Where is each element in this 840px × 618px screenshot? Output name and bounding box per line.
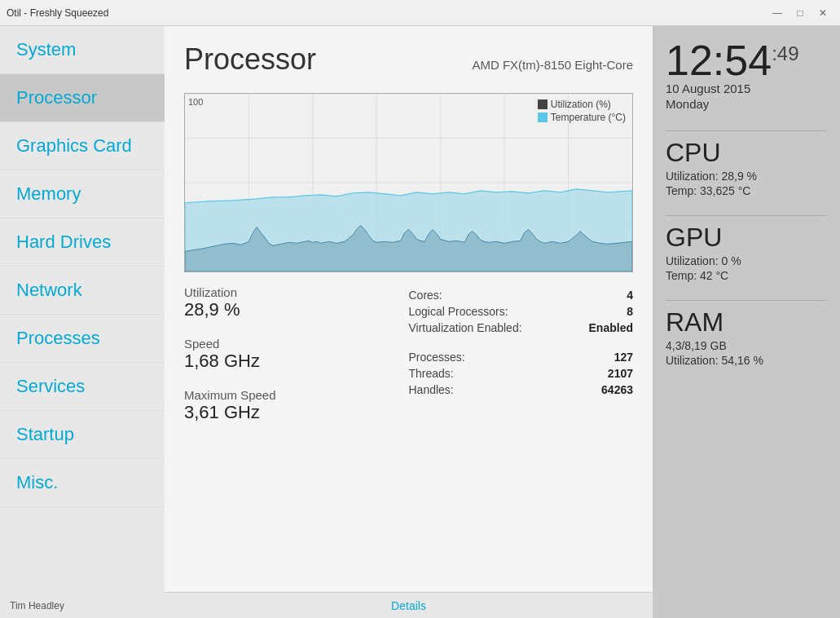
stats-right: Cores: 4 Logical Processors: 8 Virtualiz… (409, 285, 634, 439)
panel-cpu: CPU Utilization: 28,9 % Temp: 33,625 °C (666, 138, 827, 199)
clock-date: 10 August 2015 (666, 82, 827, 95)
close-button[interactable]: ✕ (812, 5, 833, 21)
max-speed-value: 3,61 GHz (184, 402, 409, 423)
utilization-stat: Utilization 28,9 % (184, 285, 409, 320)
main-container: System Processor Graphics Card Memory Ha… (0, 26, 840, 618)
virt-label: Virtualization Enabled: (409, 321, 522, 334)
right-stats-bottom: Processes: 127 Threads: 2107 Handles: 64… (409, 347, 634, 396)
title-bar: Otil - Freshly Squeezed — □ ✕ (0, 0, 840, 26)
panel-ram-utilization: Utilization: 54,16 % (666, 354, 827, 367)
threads-label: Threads: (409, 367, 454, 380)
logical-label: Logical Processors: (409, 305, 508, 318)
speed-stat: Speed 1,68 GHz (184, 337, 409, 372)
sidebar-item-hard-drives[interactable]: Hard Drives (0, 219, 165, 267)
cores-row: Cores: 4 (409, 289, 634, 302)
processor-chart: 100 Utilization (%) Temperature (°C) (184, 93, 633, 272)
divider-2 (666, 215, 827, 216)
clock-time: 12:54:49 (666, 37, 799, 84)
panel-cpu-title: CPU (666, 138, 827, 168)
panel-ram-title: RAM (666, 307, 827, 338)
maximize-button[interactable]: □ (789, 5, 811, 21)
temperature-color-box (538, 113, 548, 122)
sidebar-item-graphics-card[interactable]: Graphics Card (0, 122, 165, 170)
stats-left: Utilization 28,9 % Speed 1,68 GHz Maximu… (184, 285, 409, 439)
clock-display: 12:54:49 (666, 39, 827, 82)
chart-legend: Utilization (%) Temperature (°C) (538, 99, 626, 123)
content-main: Processor AMD FX(tm)-8150 Eight-Core 100… (165, 26, 653, 592)
right-stats-top: Cores: 4 Logical Processors: 8 Virtualiz… (409, 285, 634, 334)
clock-seconds: :49 (772, 42, 798, 64)
panel-ram-value: 4,3/8,19 GB (666, 339, 827, 352)
threads-row: Threads: 2107 (409, 367, 634, 380)
cores-value: 4 (627, 289, 633, 302)
sidebar-item-startup[interactable]: Startup (0, 411, 165, 459)
speed-label: Speed (184, 337, 409, 351)
stats-row: Utilization 28,9 % Speed 1,68 GHz Maximu… (184, 285, 633, 439)
handles-label: Handles: (409, 383, 454, 396)
sidebar-item-misc[interactable]: Misc. (0, 459, 165, 507)
max-speed-label: Maximum Speed (184, 388, 409, 402)
utilization-label: Utilization (184, 285, 409, 299)
sidebar-footer-user: Tim Headley (0, 594, 165, 618)
legend-utilization: Utilization (%) (538, 99, 626, 110)
processor-subtitle: AMD FX(tm)-8150 Eight-Core (472, 58, 633, 72)
panel-gpu-title: GPU (666, 223, 827, 253)
logical-value: 8 (627, 305, 633, 318)
window-controls: — □ ✕ (767, 5, 833, 21)
panel-gpu: GPU Utilization: 0 % Temp: 42 °C (666, 223, 827, 284)
speed-value: 1,68 GHz (184, 351, 409, 372)
clock-day: Monday (666, 97, 827, 111)
logical-row: Logical Processors: 8 (409, 305, 634, 318)
virt-row: Virtualization Enabled: Enabled (409, 321, 634, 334)
panel-gpu-utilization: Utilization: 0 % (666, 254, 827, 267)
divider-1 (666, 130, 827, 131)
processes-label: Processes: (409, 351, 465, 364)
content-area: Processor AMD FX(tm)-8150 Eight-Core 100… (165, 26, 653, 618)
sidebar-item-memory[interactable]: Memory (0, 170, 165, 219)
minimize-button[interactable]: — (767, 5, 788, 21)
handles-value: 64263 (601, 383, 633, 396)
sidebar: System Processor Graphics Card Memory Ha… (0, 26, 165, 618)
content-footer: Details (165, 592, 653, 618)
page-title: Processor (184, 42, 316, 77)
processes-value: 127 (614, 351, 633, 364)
cores-label: Cores: (409, 289, 442, 302)
virt-value: Enabled (589, 321, 633, 334)
legend-temperature: Temperature (°C) (538, 112, 626, 123)
processes-row: Processes: 127 (409, 351, 634, 364)
utilization-color-box (538, 99, 548, 109)
chart-label-100: 100 (188, 97, 203, 107)
handles-row: Handles: 64263 (409, 383, 634, 396)
panel-ram: RAM 4,3/8,19 GB Utilization: 54,16 % (666, 307, 827, 369)
max-speed-stat: Maximum Speed 3,61 GHz (184, 388, 409, 423)
processor-header: Processor AMD FX(tm)-8150 Eight-Core (184, 42, 633, 85)
panel-gpu-temp: Temp: 42 °C (666, 269, 827, 282)
sidebar-item-processes[interactable]: Processes (0, 315, 165, 363)
window-title: Otil - Freshly Squeezed (7, 7, 108, 19)
threads-value: 2107 (608, 367, 633, 380)
right-panel: 12:54:49 10 August 2015 Monday CPU Utili… (653, 26, 840, 618)
sidebar-item-system[interactable]: System (0, 26, 165, 74)
sidebar-item-processor[interactable]: Processor (0, 74, 165, 122)
divider-3 (666, 300, 827, 301)
sidebar-item-services[interactable]: Services (0, 363, 165, 411)
details-link[interactable]: Details (391, 599, 426, 612)
panel-cpu-temp: Temp: 33,625 °C (666, 184, 827, 197)
panel-cpu-utilization: Utilization: 28,9 % (666, 170, 827, 183)
sidebar-item-network[interactable]: Network (0, 267, 165, 315)
utilization-value: 28,9 % (184, 299, 409, 320)
